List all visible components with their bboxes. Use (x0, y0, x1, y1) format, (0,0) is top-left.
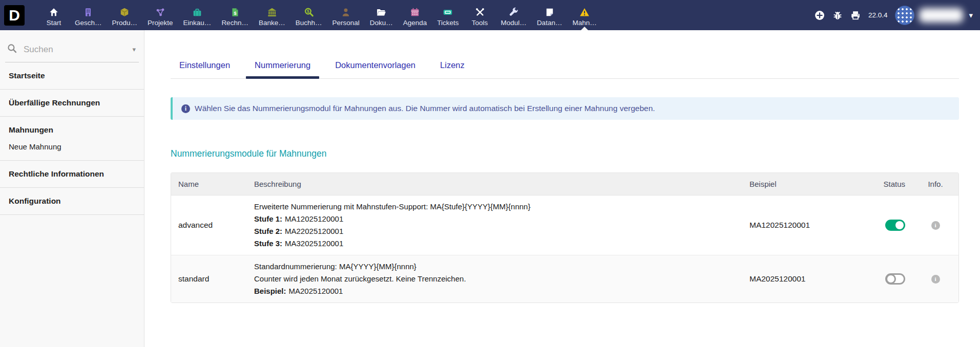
left-sidebar: ▾ Startseite Überfällige Rechnungen Mahn… (0, 30, 144, 347)
hr-icon (341, 7, 351, 17)
nav-item-mahnungen[interactable]: Mahn… (567, 4, 601, 30)
sidebar-item-rechtliche-informationen[interactable]: Rechtliche Informationen (0, 163, 144, 185)
purchases-icon (192, 7, 202, 17)
tab-dokumentenvorlagen[interactable]: Dokumentenvorlagen (326, 54, 424, 78)
navbar-right-tools: 22.0.4 ▾ (815, 6, 973, 25)
column-header-info: Info. (912, 180, 958, 188)
app-window: D Start Gesch… Produ… Projekte Einkau… (0, 0, 980, 347)
nav-item-produkte[interactable]: Produ… (107, 4, 143, 30)
module-description: Erweiterte Nummerierung mit Mahnstufen-S… (247, 196, 742, 255)
projects-icon (155, 7, 165, 17)
nav-item-geschaeftspartner[interactable]: Gesch… (70, 4, 107, 30)
tab-lizenz[interactable]: Lizenz (431, 54, 473, 78)
table-row-advanced: advanced Erweiterte Nummerierung mit Mah… (171, 196, 958, 255)
top-navbar: D Start Gesch… Produ… Projekte Einkau… (0, 0, 980, 30)
nav-item-datanotes[interactable]: Datan… (532, 4, 568, 30)
modules-icon (509, 7, 519, 17)
numbering-modules-table: Name Beschreibung Beispiel Status Info. … (171, 172, 959, 303)
main-content: Einstellungen Nummerierung Dokumentenvor… (144, 30, 980, 347)
module-example: MA12025120001 (742, 221, 851, 230)
module-name: standard (171, 274, 247, 284)
info-alert-text: Wählen Sie das Nummerierungsmodul für Ma… (195, 104, 655, 113)
search-icon (7, 44, 17, 55)
tools-icon (475, 7, 485, 17)
user-name-blurred[interactable] (919, 8, 963, 23)
status-cell (851, 220, 912, 231)
svg-text:$: $ (234, 11, 236, 16)
table-header-row: Name Beschreibung Beispiel Status Info. (171, 173, 958, 196)
tickets-icon (443, 7, 453, 17)
tab-einstellungen[interactable]: Einstellungen (171, 54, 239, 78)
column-header-beschreibung: Beschreibung (247, 180, 742, 188)
bank-icon (267, 7, 277, 17)
nav-item-dokumente[interactable]: Doku… (365, 4, 398, 30)
nav-item-banken[interactable]: Banke… (254, 4, 290, 30)
sidebar-item-neue-mahnung[interactable]: Neue Mahnung (0, 141, 144, 158)
version-label: 22.0.4 (868, 11, 888, 19)
column-header-beispiel: Beispiel (742, 180, 851, 188)
search-input[interactable] (23, 44, 126, 55)
nav-item-buchhaltung[interactable]: $ Buchh… (290, 4, 327, 30)
note-icon (545, 7, 555, 17)
row-info-icon[interactable]: i (931, 221, 940, 230)
products-icon (119, 7, 130, 17)
info-cell: i (912, 275, 958, 284)
nav-item-agenda[interactable]: Agenda (398, 4, 432, 30)
sidebar-search: ▾ (5, 30, 139, 62)
tab-nummerierung[interactable]: Nummerierung (246, 54, 319, 78)
status-cell (851, 273, 912, 285)
status-toggle[interactable] (885, 220, 905, 231)
status-toggle[interactable] (885, 273, 905, 285)
user-avatar[interactable] (895, 6, 914, 25)
user-menu-chevron-down-icon[interactable]: ▾ (969, 11, 973, 20)
warning-icon (579, 7, 590, 17)
nav-item-projekte[interactable]: Projekte (142, 4, 178, 30)
sidebar-item-startseite[interactable]: Startseite (0, 64, 144, 87)
nav-item-personal[interactable]: Personal (327, 4, 364, 30)
sidebar-item-ueberfaellige-rechnungen[interactable]: Überfällige Rechnungen (0, 92, 144, 114)
active-menu-caret (581, 27, 588, 30)
row-info-icon[interactable]: i (931, 275, 940, 284)
section-title: Nummerierungsmodule für Mahnungen (171, 148, 959, 159)
app-logo[interactable]: D (4, 5, 25, 26)
agenda-icon (410, 7, 420, 17)
nav-item-tools[interactable]: Tools (464, 4, 496, 30)
module-description: Standardnummerierung: MA{YYYY}{MM}{nnnn}… (247, 255, 742, 302)
table-row-standard: standard Standardnummerierung: MA{YYYY}{… (171, 255, 958, 302)
column-header-status: Status (851, 180, 912, 188)
main-menu: Start Gesch… Produ… Projekte Einkau… $ R… (38, 0, 602, 30)
home-icon (49, 7, 59, 17)
sidebar-item-mahnungen[interactable]: Mahnungen (0, 119, 144, 141)
accounting-icon: $ (304, 7, 314, 17)
documents-icon (376, 7, 386, 17)
bug-icon[interactable] (832, 10, 843, 20)
nav-item-rechnungen[interactable]: $ Rechn… (216, 4, 254, 30)
tab-bar: Einstellungen Nummerierung Dokumentenvor… (171, 30, 959, 79)
nav-item-tickets[interactable]: Tickets (432, 4, 464, 30)
info-cell: i (912, 221, 958, 230)
sidebar-item-konfiguration[interactable]: Konfiguration (0, 190, 144, 212)
company-icon (83, 7, 93, 17)
module-name: advanced (171, 221, 247, 230)
info-alert: i Wählen Sie das Nummerierungsmodul für … (171, 97, 959, 120)
search-dropdown-chevron-icon[interactable]: ▾ (131, 46, 137, 53)
nav-item-einkauf[interactable]: Einkau… (178, 4, 217, 30)
nav-item-module[interactable]: Modul… (496, 4, 532, 30)
invoice-icon: $ (230, 7, 240, 17)
svg-text:$: $ (307, 9, 309, 14)
module-example: MA2025120001 (742, 274, 851, 284)
nav-item-start[interactable]: Start (38, 4, 70, 30)
column-header-name: Name (171, 180, 247, 188)
info-icon: i (181, 104, 190, 113)
add-circle-icon[interactable] (815, 10, 825, 20)
printer-icon[interactable] (850, 10, 861, 20)
